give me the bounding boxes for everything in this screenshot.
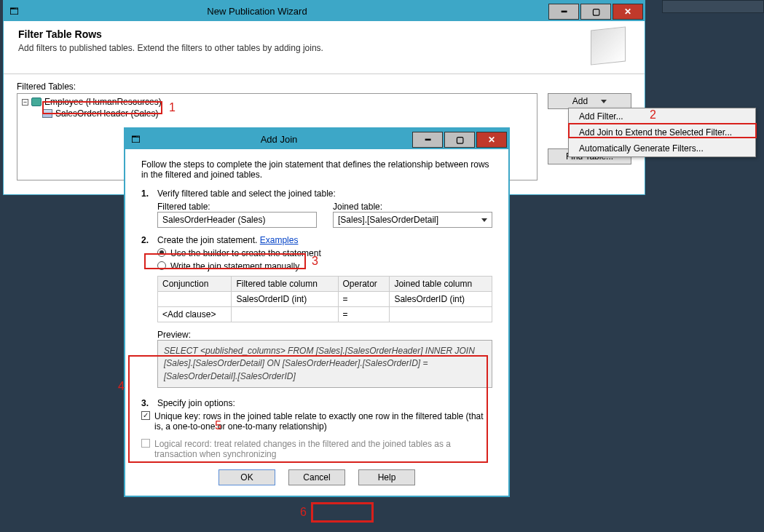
- tree-root-label: Employee (HumanResources): [44, 97, 162, 107]
- collapse-icon[interactable]: −: [22, 99, 28, 106]
- filtered-table-label: Filtered table:: [157, 202, 317, 212]
- examples-link[interactable]: Examples: [260, 235, 299, 245]
- join-intro: Follow the steps to complete the join st…: [141, 159, 492, 180]
- dialog-icon: 🗔: [130, 133, 141, 145]
- step3-label: Specify join options:: [157, 398, 235, 408]
- joined-table-select[interactable]: [Sales].[SalesOrderDetail]: [333, 212, 492, 228]
- join-icon: [42, 109, 52, 118]
- callout-box-6: [311, 502, 374, 523]
- join-titlebar: 🗔 Add Join ━ ▢ ✕: [125, 129, 508, 149]
- radio-builder-row[interactable]: Use the builder to create the statement: [157, 248, 492, 258]
- minimize-button[interactable]: ━: [548, 4, 579, 20]
- preview-text: SELECT <published_columns> FROM [Sales].…: [164, 346, 475, 381]
- unique-key-checkbox[interactable]: [141, 411, 150, 420]
- step1-num: 1.: [141, 188, 151, 199]
- radio-manual[interactable]: [157, 261, 166, 270]
- app-icon: 🗔: [8, 5, 20, 17]
- filtered-tables-label: Filtered Tables:: [17, 82, 631, 92]
- add-join-dialog: 🗔 Add Join ━ ▢ ✕ Follow the steps to com…: [124, 127, 510, 497]
- menu-add-filter[interactable]: Add Filter...: [569, 108, 755, 124]
- step3: 3. Specify join options:: [141, 398, 492, 408]
- maximize-button[interactable]: ▢: [580, 4, 611, 20]
- menu-auto-generate[interactable]: Automatically Generate Filters...: [569, 140, 755, 156]
- radio-manual-row[interactable]: Write the join statement manually: [157, 261, 492, 271]
- col-joined: Joined table column: [390, 277, 492, 292]
- callout-3: 3: [312, 255, 318, 268]
- radio-builder-label: Use the builder to create the statement: [170, 248, 321, 258]
- join-body: Follow the steps to complete the join st…: [125, 149, 508, 496]
- tree-child-row[interactable]: SalesOrderHeader (Sales): [42, 108, 532, 119]
- tree-root-row[interactable]: − Employee (HumanResources): [22, 97, 532, 107]
- callout-4: 4: [118, 380, 125, 393]
- callout-5: 5: [215, 419, 221, 432]
- join-close-button[interactable]: ✕: [476, 132, 507, 148]
- step2-num: 2.: [141, 235, 151, 245]
- logical-record-checkbox: [141, 439, 150, 448]
- col-operator: Operator: [338, 277, 390, 292]
- callout-6: 6: [300, 506, 307, 519]
- step2: 2. Create the join statement. Examples: [141, 235, 492, 245]
- callout-1: 1: [169, 101, 176, 114]
- table-icon: [31, 98, 42, 106]
- preview-box: SELECT <published_columns> FROM [Sales].…: [157, 340, 492, 388]
- joined-table-label: Joined table:: [333, 202, 492, 212]
- page-heading: Filter Table Rows: [18, 28, 323, 40]
- join-title: Add Join: [146, 134, 412, 145]
- main-title: New Publication Wizard: [24, 6, 548, 17]
- step3-num: 3.: [141, 398, 151, 408]
- dialog-buttons: OK Cancel Help: [141, 469, 492, 485]
- tree-child-label: SalesOrderHeader (Sales): [55, 108, 158, 119]
- step1-fields: Filtered table: SalesOrderHeader (Sales)…: [157, 202, 492, 228]
- add-menu: Add Filter... Add Join to Extend the Sel…: [568, 108, 756, 157]
- col-conjunction: Conjunction: [158, 277, 232, 292]
- step1-label: Verify filtered table and select the joi…: [157, 188, 336, 199]
- wizard-book-icon: [591, 26, 626, 65]
- window-buttons: ━ ▢ ✕: [548, 2, 645, 20]
- col-filtered: Filtered table column: [232, 277, 338, 292]
- radio-group: Use the builder to create the statement …: [157, 248, 492, 271]
- filtered-table-field: SalesOrderHeader (Sales): [157, 212, 317, 228]
- help-button[interactable]: Help: [358, 469, 415, 485]
- unique-key-row[interactable]: Unique key: rows in the joined table rel…: [141, 411, 492, 432]
- join-minimize-button[interactable]: ━: [412, 132, 443, 148]
- preview-label: Preview:: [157, 330, 492, 340]
- step2-label: Create the join statement.: [157, 235, 257, 245]
- radio-builder[interactable]: [157, 248, 166, 257]
- join-maximize-button[interactable]: ▢: [444, 132, 475, 148]
- join-window-buttons: ━ ▢ ✕: [412, 130, 508, 148]
- logical-record-label: Logical record: treat related changes in…: [154, 439, 492, 459]
- cancel-button[interactable]: Cancel: [288, 469, 345, 485]
- radio-manual-label: Write the join statement manually: [170, 261, 299, 271]
- main-titlebar: 🗔 New Publication Wizard ━ ▢ ✕: [4, 1, 645, 21]
- ok-button[interactable]: OK: [218, 469, 275, 485]
- menu-add-join[interactable]: Add Join to Extend the Selected Filter..…: [569, 124, 755, 140]
- close-button[interactable]: ✕: [613, 4, 643, 20]
- joined-table-value: [Sales].[SalesOrderDetail]: [338, 215, 438, 225]
- unique-key-label: Unique key: rows in the joined table rel…: [154, 411, 492, 432]
- header-band: Filter Table Rows Add filters to publish…: [4, 21, 645, 74]
- step1: 1. Verify filtered table and select the …: [141, 188, 492, 199]
- page-subheading: Add filters to published tables. Extend …: [18, 43, 323, 53]
- grid-row-add[interactable]: <Add clause> =: [158, 307, 492, 322]
- add-button[interactable]: Add: [548, 93, 631, 109]
- filtered-table-value: SalesOrderHeader (Sales): [162, 215, 265, 225]
- logical-record-row: Logical record: treat related changes in…: [141, 439, 492, 459]
- builder-grid[interactable]: Conjunction Filtered table column Operat…: [157, 276, 492, 322]
- callout-2: 2: [650, 108, 656, 122]
- grid-row-1[interactable]: SalesOrderID (int) = SalesOrderID (int): [158, 292, 492, 307]
- builder-grid-wrap: Conjunction Filtered table column Operat…: [157, 276, 492, 322]
